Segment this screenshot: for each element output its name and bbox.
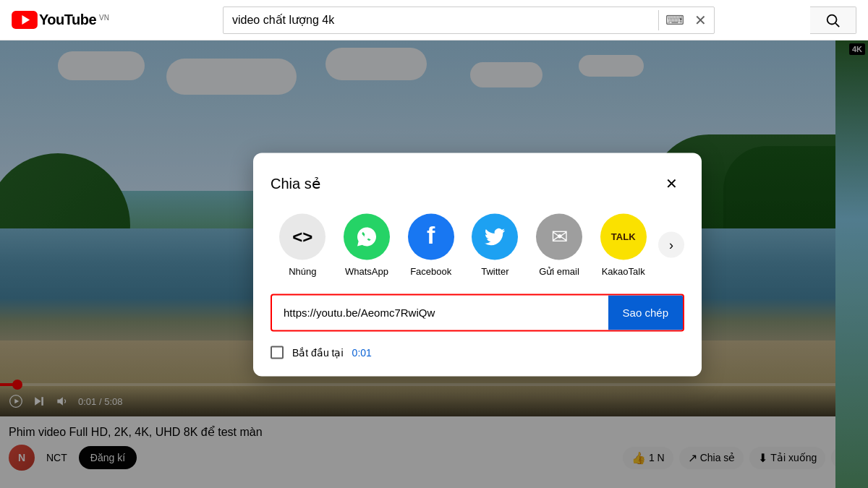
kakao-label: KakaoTalk xyxy=(602,265,645,276)
keyboard-icon[interactable]: ⌨ xyxy=(662,7,688,33)
whatsapp-icon xyxy=(344,213,390,260)
facebook-label: Facebook xyxy=(410,265,451,276)
start-time-label: Bắt đầu tại xyxy=(292,346,344,358)
kakao-icon: TALK xyxy=(600,213,647,260)
modal-overlay[interactable]: Chia sẻ ✕ <> Nhúng xyxy=(0,40,868,488)
more-share-button[interactable]: › xyxy=(658,232,684,258)
country-badge: VN xyxy=(99,14,109,22)
site-header: YouTube VN ⌨ ✕ xyxy=(0,0,868,40)
search-divider xyxy=(658,10,659,30)
email-icon: ✉ xyxy=(536,213,582,260)
svg-point-2 xyxy=(827,14,837,24)
youtube-logo[interactable]: YouTube VN xyxy=(12,11,109,29)
search-icon xyxy=(825,12,841,28)
search-input[interactable] xyxy=(224,14,655,27)
search-button[interactable] xyxy=(810,7,856,34)
whatsapp-label: WhatsApp xyxy=(345,265,388,276)
svg-line-3 xyxy=(836,23,840,27)
youtube-icon xyxy=(12,11,38,29)
modal-header: Chia sẻ ✕ xyxy=(271,170,684,196)
share-item-email[interactable]: ✉ Gửi email xyxy=(527,213,592,276)
url-input[interactable] xyxy=(272,307,608,319)
email-label: Gửi email xyxy=(539,265,579,276)
url-row: Sao chép xyxy=(271,294,684,331)
twitter-label: Twitter xyxy=(481,265,509,276)
share-modal: Chia sẻ ✕ <> Nhúng xyxy=(253,153,702,376)
clear-icon[interactable]: ✕ xyxy=(688,7,714,33)
modal-close-button[interactable]: ✕ xyxy=(658,170,684,196)
youtube-text: YouTube xyxy=(39,12,96,28)
start-time-row: Bắt đầu tại 0:01 xyxy=(271,346,684,359)
search-bar: ⌨ ✕ xyxy=(223,7,715,34)
share-item-whatsapp[interactable]: WhatsApp xyxy=(335,213,399,276)
start-time-value: 0:01 xyxy=(352,346,372,358)
close-icon: ✕ xyxy=(665,174,678,192)
chevron-right-icon: › xyxy=(669,237,673,252)
start-time-checkbox[interactable] xyxy=(271,346,284,359)
share-item-twitter[interactable]: Twitter xyxy=(463,213,527,276)
share-item-facebook[interactable]: f Facebook xyxy=(399,213,463,276)
embed-label: Nhúng xyxy=(289,265,316,276)
share-item-embed[interactable]: <> Nhúng xyxy=(271,213,335,276)
embed-icon: <> xyxy=(279,213,326,260)
modal-title: Chia sẻ xyxy=(271,174,320,192)
main-content: 0:01 / 5:08 4K Phim video Full HD, 2K, 4… xyxy=(0,40,868,488)
logo-area[interactable]: YouTube VN xyxy=(12,11,109,29)
share-item-kakao[interactable]: TALK KakaoTalk xyxy=(591,213,655,276)
facebook-icon: f xyxy=(408,213,454,260)
share-icons-row: <> Nhúng WhatsApp f Facebo xyxy=(271,213,684,276)
copy-button[interactable]: Sao chép xyxy=(608,295,683,330)
twitter-icon xyxy=(472,213,518,260)
